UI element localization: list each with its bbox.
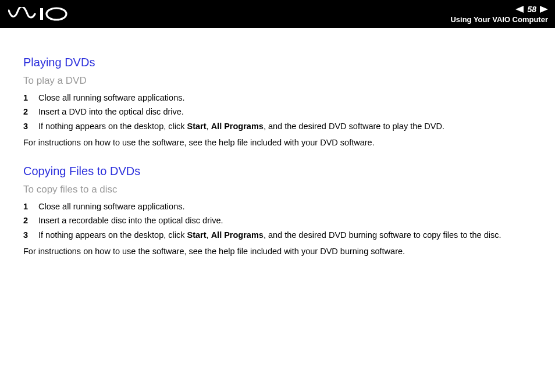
step-number: 1 bbox=[23, 200, 38, 213]
step-number: 3 bbox=[23, 120, 38, 133]
text-fragment: , and the desired DVD software to play t… bbox=[264, 122, 444, 131]
step-text: If nothing appears on the desktop, click… bbox=[38, 229, 534, 241]
list-item: 2 Insert a DVD into the optical disc dri… bbox=[23, 105, 534, 118]
bold-all-programs: All Programs bbox=[211, 230, 264, 240]
svg-point-1 bbox=[47, 8, 66, 20]
text-fragment: If nothing appears on the desktop, click bbox=[38, 122, 187, 131]
text-fragment: , bbox=[207, 122, 211, 131]
text-fragment: , bbox=[207, 230, 211, 240]
svg-marker-2 bbox=[515, 6, 524, 13]
note-text: For instructions on how to use the softw… bbox=[23, 245, 534, 258]
step-number: 1 bbox=[23, 91, 38, 104]
step-text: If nothing appears on the desktop, click… bbox=[38, 120, 534, 133]
page-number: 58 bbox=[527, 5, 536, 14]
next-page-icon[interactable] bbox=[540, 6, 548, 13]
heading-playing-dvds: Playing DVDs bbox=[23, 56, 534, 69]
subheading-to-play: To play a DVD bbox=[23, 75, 534, 87]
subheading-to-copy: To copy files to a disc bbox=[23, 184, 534, 195]
prev-page-icon[interactable] bbox=[515, 6, 524, 13]
bold-start: Start bbox=[187, 122, 207, 131]
step-number: 2 bbox=[23, 214, 38, 227]
steps-list-1: 1 Close all running software application… bbox=[23, 91, 534, 133]
step-number: 2 bbox=[23, 105, 38, 118]
step-text: Insert a DVD into the optical disc drive… bbox=[38, 105, 534, 118]
section-playing-dvds: Playing DVDs To play a DVD 1 Close all r… bbox=[23, 56, 534, 149]
header-bar: 58 Using Your VAIO Computer bbox=[0, 0, 555, 28]
list-item: 3 If nothing appears on the desktop, cli… bbox=[23, 120, 534, 133]
steps-list-2: 1 Close all running software application… bbox=[23, 200, 534, 241]
step-number: 3 bbox=[23, 229, 38, 241]
note-text: For instructions on how to use the softw… bbox=[23, 136, 534, 149]
list-item: 1 Close all running software application… bbox=[23, 200, 534, 213]
header-right: 58 Using Your VAIO Computer bbox=[450, 5, 548, 24]
vaio-logo bbox=[8, 7, 72, 21]
step-text: Insert a recordable disc into the optica… bbox=[38, 214, 534, 227]
svg-marker-3 bbox=[540, 6, 548, 13]
list-item: 3 If nothing appears on the desktop, cli… bbox=[23, 229, 534, 241]
bold-all-programs: All Programs bbox=[211, 122, 264, 131]
svg-rect-0 bbox=[40, 8, 43, 20]
vaio-logo-icon bbox=[8, 7, 72, 21]
heading-copying-dvds: Copying Files to DVDs bbox=[23, 165, 534, 178]
text-fragment: , and the desired DVD burning software t… bbox=[264, 230, 501, 240]
section-label: Using Your VAIO Computer bbox=[450, 15, 548, 24]
bold-start: Start bbox=[187, 230, 207, 240]
page-content: Playing DVDs To play a DVD 1 Close all r… bbox=[0, 28, 555, 258]
step-text: Close all running software applications. bbox=[38, 200, 534, 213]
step-text: Close all running software applications. bbox=[38, 91, 534, 104]
section-copying-dvds: Copying Files to DVDs To copy files to a… bbox=[23, 165, 534, 258]
list-item: 2 Insert a recordable disc into the opti… bbox=[23, 214, 534, 227]
text-fragment: If nothing appears on the desktop, click bbox=[38, 230, 187, 240]
page-nav: 58 bbox=[515, 5, 548, 14]
list-item: 1 Close all running software application… bbox=[23, 91, 534, 104]
